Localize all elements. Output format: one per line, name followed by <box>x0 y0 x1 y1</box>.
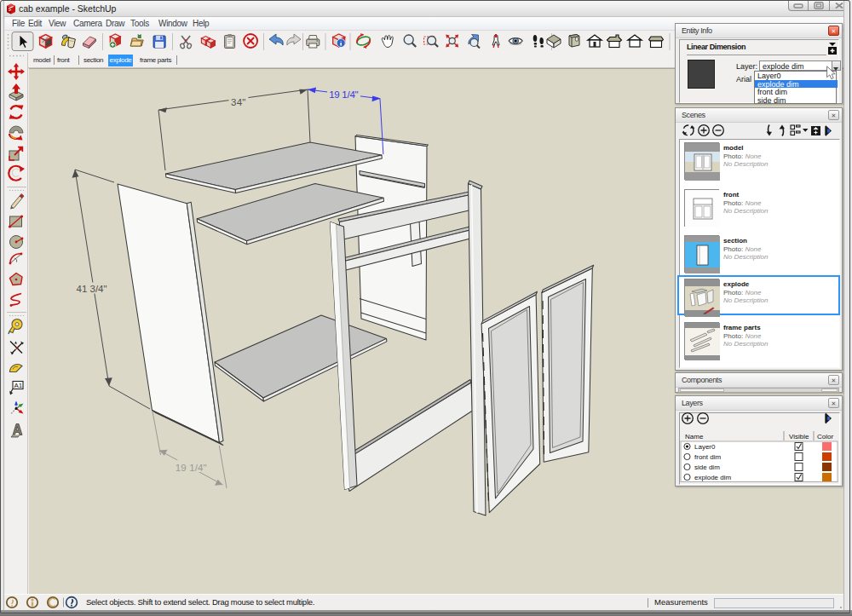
svg-text:Visible: Visible <box>789 433 809 440</box>
svg-text:front dim: front dim <box>694 453 721 461</box>
svg-text:Name: Name <box>685 433 704 440</box>
svg-text:explode dim: explode dim <box>694 474 731 481</box>
svg-text:41 3/4": 41 3/4" <box>77 284 107 294</box>
svg-text:side dim: side dim <box>694 463 720 471</box>
svg-text:A1: A1 <box>14 382 23 389</box>
svg-text:19 1/4": 19 1/4" <box>176 463 207 473</box>
svg-text:Color: Color <box>817 433 833 440</box>
svg-text:Layer0: Layer0 <box>694 443 716 451</box>
svg-text:19 1/4": 19 1/4" <box>329 89 359 100</box>
svg-text:34": 34" <box>231 97 246 107</box>
